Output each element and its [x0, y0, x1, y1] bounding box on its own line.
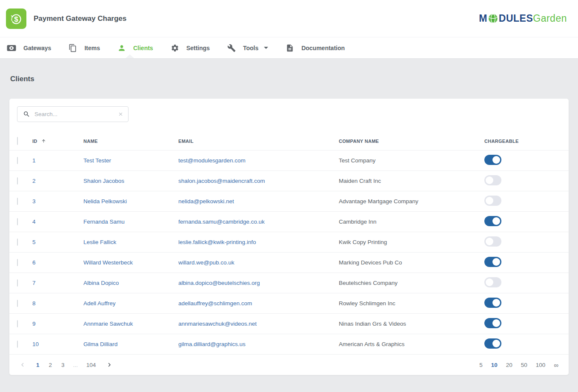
client-email-link[interactable]: gilma.dilliard@graphics.us — [178, 341, 339, 347]
client-name-link[interactable]: Leslie Fallick — [83, 239, 178, 245]
client-company: Maiden Craft Inc — [339, 178, 484, 184]
client-email-link[interactable]: test@modulesgarden.com — [178, 157, 339, 164]
page-size-20[interactable]: 20 — [502, 362, 517, 368]
table-row: 6 Willard Westerbeck willard.we@pub.co.u… — [9, 252, 569, 273]
client-company: Ninas Indian Grs & Videos — [339, 321, 484, 327]
logo-text-dules: DULES — [499, 13, 533, 24]
tab-tools[interactable]: Tools — [227, 37, 268, 58]
chargeable-toggle[interactable] — [484, 155, 501, 165]
client-email-link[interactable]: shalon.jacobos@maidencraft.com — [178, 178, 339, 184]
chargeable-toggle[interactable] — [484, 318, 501, 328]
client-name-link[interactable]: Shalon Jacobos — [83, 178, 178, 184]
page-number-1[interactable]: 1 — [31, 362, 44, 368]
page-size-unlimited[interactable]: ∞ — [549, 361, 563, 369]
page-number-104[interactable]: 104 — [82, 362, 101, 368]
sort-asc-icon — [41, 139, 46, 144]
table-row: 2 Shalon Jacobos shalon.jacobos@maidencr… — [9, 170, 569, 191]
client-id-link[interactable]: 10 — [32, 341, 83, 347]
row-checkbox[interactable] — [17, 320, 18, 327]
row-checkbox[interactable] — [17, 341, 18, 348]
row-checkbox[interactable] — [17, 177, 18, 185]
client-name-link[interactable]: Fernanda Samu — [83, 219, 178, 225]
page-size-10[interactable]: 10 — [487, 362, 502, 368]
search-box — [17, 106, 129, 122]
client-name-link[interactable]: Gilma Dilliard — [83, 341, 178, 347]
client-id-link[interactable]: 8 — [32, 300, 83, 307]
client-id-link[interactable]: 7 — [32, 280, 83, 286]
logo-text-garden: Garden — [533, 13, 567, 24]
tab-items[interactable]: Items — [69, 37, 100, 58]
client-name-link[interactable]: Annmarie Sawchuk — [83, 321, 178, 327]
client-email-link[interactable]: nelida@pelkowski.net — [178, 198, 339, 205]
client-name-link[interactable]: Nelida Pelkowski — [83, 198, 178, 205]
row-checkbox[interactable] — [17, 259, 18, 266]
client-email-link[interactable]: willard.we@pub.co.uk — [178, 259, 339, 266]
client-id-link[interactable]: 3 — [32, 198, 83, 205]
search-input[interactable] — [34, 111, 118, 117]
page-size-selector: 5 10 20 50 100 ∞ — [475, 361, 563, 369]
person-icon — [117, 44, 126, 52]
chargeable-toggle[interactable] — [484, 257, 501, 267]
column-header-chargeable[interactable]: CHARGEABLE — [484, 139, 561, 144]
copy-pages-icon — [69, 44, 77, 52]
client-id-link[interactable]: 6 — [32, 259, 83, 266]
client-id-link[interactable]: 5 — [32, 239, 83, 245]
table-row: 9 Annmarie Sawchuk annmariesawchuk@video… — [9, 313, 569, 334]
chargeable-toggle[interactable] — [484, 277, 501, 287]
tab-gateways[interactable]: Gateways — [7, 37, 51, 58]
client-id-link[interactable]: 2 — [32, 178, 83, 184]
table-row: 8 Adell Auffrey adellauffrey@schlimgen.c… — [9, 293, 569, 313]
column-header-name[interactable]: NAME — [83, 139, 178, 144]
tab-settings[interactable]: Settings — [171, 37, 210, 58]
toggle-knob — [486, 176, 493, 184]
chargeable-toggle[interactable] — [484, 236, 501, 247]
next-page-icon[interactable] — [100, 361, 118, 369]
globe-icon — [488, 13, 498, 26]
chargeable-toggle[interactable] — [484, 175, 501, 185]
search-icon — [23, 111, 30, 118]
row-checkbox[interactable] — [17, 239, 18, 246]
row-checkbox[interactable] — [17, 300, 18, 307]
page-size-50[interactable]: 50 — [517, 362, 532, 368]
client-email-link[interactable]: albina.dopico@beutelschies.org — [178, 280, 339, 286]
select-all-checkbox[interactable] — [17, 137, 18, 145]
row-checkbox[interactable] — [17, 279, 18, 287]
client-id-link[interactable]: 4 — [32, 219, 83, 225]
toggle-knob — [486, 238, 493, 245]
row-checkbox[interactable] — [17, 157, 18, 164]
tab-documentation[interactable]: Documentation — [286, 37, 345, 58]
client-id-link[interactable]: 1 — [32, 157, 83, 164]
row-checkbox[interactable] — [17, 218, 18, 225]
client-name-link[interactable]: Test Tester — [83, 157, 178, 164]
page-number-2[interactable]: 2 — [44, 362, 57, 368]
chargeable-toggle[interactable] — [484, 196, 501, 206]
client-email-link[interactable]: annmariesawchuk@videos.net — [178, 321, 339, 327]
client-email-link[interactable]: adellauffrey@schlimgen.com — [178, 300, 339, 307]
tab-label: Tools — [243, 45, 258, 51]
client-name-link[interactable]: Adell Auffrey — [83, 300, 178, 307]
chargeable-toggle[interactable] — [484, 298, 501, 308]
tab-clients[interactable]: Clients — [117, 37, 153, 58]
client-company: Test Company — [339, 157, 484, 164]
module-navbar: Gateways Items Clients Settings — [0, 37, 578, 59]
page-size-5[interactable]: 5 — [475, 362, 487, 368]
client-name-link[interactable]: Willard Westerbeck — [83, 259, 178, 266]
modulesgarden-logo[interactable]: M DULES Garden — [479, 12, 567, 25]
client-email-link[interactable]: leslie.fallick@kwik-printing.info — [178, 239, 339, 245]
page-size-100[interactable]: 100 — [532, 362, 550, 368]
client-id-link[interactable]: 9 — [32, 321, 83, 327]
clear-search-icon[interactable] — [118, 111, 123, 117]
chargeable-toggle[interactable] — [484, 338, 501, 349]
client-name-link[interactable]: Albina Dopico — [83, 280, 178, 286]
table-row: 5 Leslie Fallick leslie.fallick@kwik-pri… — [9, 232, 569, 252]
prev-page-icon[interactable] — [14, 361, 31, 369]
column-header-id[interactable]: ID — [32, 139, 83, 144]
toggle-knob — [492, 299, 500, 307]
column-header-company[interactable]: COMPANY NAME — [339, 139, 484, 144]
column-header-email[interactable]: EMAIL — [178, 139, 339, 144]
client-email-link[interactable]: fernanda.samu@cambridge.co.uk — [178, 219, 339, 225]
chargeable-toggle[interactable] — [484, 216, 501, 226]
page-number-3[interactable]: 3 — [57, 362, 69, 368]
client-company: Rowley Schlimgen Inc — [339, 300, 484, 307]
row-checkbox[interactable] — [17, 198, 18, 205]
